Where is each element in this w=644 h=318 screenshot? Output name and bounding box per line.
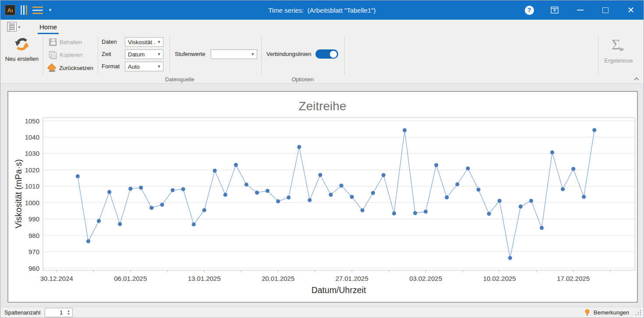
data-point[interactable] [128,187,132,191]
save-icon [49,38,57,46]
maximize-button[interactable] [593,0,618,20]
data-point[interactable] [76,174,80,178]
data-point[interactable] [297,145,301,149]
data-point[interactable] [361,208,364,212]
data-point[interactable] [561,187,565,191]
data-point[interactable] [550,150,554,154]
data-point[interactable] [371,191,375,195]
data-point[interactable] [540,226,544,230]
data-point[interactable] [508,256,512,260]
format-dropdown[interactable]: Auto ▼ [125,62,163,71]
data-point[interactable] [107,190,111,194]
format-label: Format [102,63,120,70]
data-point[interactable] [213,169,217,173]
x-tick-label: 10.02.2025 [483,275,516,282]
data-point[interactable] [434,163,438,167]
data-point[interactable] [582,195,586,199]
data-point[interactable] [265,189,269,193]
group-label-datenquelle: Datenquelle [98,77,261,83]
y-tick-label: 1000 [25,199,39,206]
data-point[interactable] [171,188,175,192]
pin-panel-button[interactable] [542,0,567,20]
chevron-down-icon: ▼ [249,52,257,56]
y-tick-label: 1020 [25,166,39,174]
chevron-down-icon: ▼ [155,52,163,56]
ergebnisse-button[interactable]: Σ Ergebnisse [598,36,639,64]
app-logo-icon[interactable]: Aı [5,5,15,15]
qat-dropdown-icon[interactable]: ▼ [48,8,52,12]
data-point[interactable] [244,182,248,186]
data-point[interactable] [487,212,491,216]
eraser-icon [48,64,56,72]
verbindungslinien-toggle[interactable] [315,49,338,59]
statusbar: Spaltenanzahl 1 ▲ ▼ Bemerkungen [1,307,644,318]
data-point[interactable] [392,211,396,215]
data-point[interactable] [202,208,206,212]
chart-panel[interactable]: Zeitreihe 960970980990100010101020103010… [7,91,638,303]
resize-grip[interactable] [635,310,641,316]
data-point[interactable] [466,166,470,170]
y-tick-label: 1030 [25,150,39,157]
data-point[interactable] [308,198,311,202]
data-point[interactable] [498,199,502,203]
data-point[interactable] [318,173,322,177]
data-point[interactable] [160,203,164,207]
daten-value: Viskosität ... [125,39,155,45]
data-point[interactable] [329,193,333,197]
help-button[interactable]: ? [517,0,542,20]
data-point[interactable] [519,205,523,209]
data-point[interactable] [350,195,354,199]
zeit-dropdown[interactable]: Datum ▼ [125,49,163,59]
data-point[interactable] [287,196,290,199]
spaltenanzahl-stepper[interactable]: 1 ▲ ▼ [45,308,73,317]
stepper-down-icon[interactable]: ▼ [67,313,70,315]
data-point[interactable] [571,167,575,171]
data-point[interactable] [97,219,101,223]
neu-erstellen-button[interactable]: Neu erstellen [2,36,42,62]
data-point[interactable] [255,191,259,195]
data-point[interactable] [86,239,90,243]
daten-dropdown[interactable]: Viskosität ... ▼ [125,37,163,47]
format-value: Auto [125,63,155,70]
x-tick-label: 30.12.2024 [40,275,73,282]
data-point[interactable] [149,206,153,210]
sigma-results-icon: Σ [610,36,627,54]
data-point[interactable] [234,163,238,167]
data-point[interactable] [477,188,481,192]
close-button[interactable]: ✕ [618,0,644,20]
file-menu-button[interactable]: ▼ [7,22,21,31]
data-point[interactable] [139,186,143,190]
svg-text:Σ: Σ [612,36,620,52]
stufenwerte-dropdown[interactable]: ▼ [211,49,257,59]
minimize-button[interactable] [567,0,593,20]
data-point[interactable] [529,199,533,203]
data-point[interactable] [424,210,428,213]
zuruecksetzen-button[interactable]: Zurücksetzen [48,63,93,73]
data-point[interactable] [382,173,386,177]
collapse-ribbon-button[interactable] [633,75,640,83]
tab-home[interactable]: Home [38,22,59,34]
help-icon: ? [525,6,534,15]
bemerkungen-button[interactable]: Bemerkungen [594,309,629,316]
menu-bars-icon[interactable] [32,7,43,14]
zeit-value: Datum [125,51,155,58]
data-point[interactable] [455,182,459,186]
data-point[interactable] [192,222,196,226]
data-point[interactable] [223,193,227,197]
chevron-down-icon: ▼ [155,40,163,44]
columns-icon[interactable] [21,5,27,15]
data-point[interactable] [276,199,280,203]
toggle-knob [330,51,337,58]
data-point[interactable] [340,184,343,188]
data-point[interactable] [445,196,449,199]
data-point[interactable] [181,187,185,191]
window-controls: ? ✕ [517,0,644,20]
data-point[interactable] [118,222,122,226]
data-point[interactable] [403,128,407,132]
x-axis-title: Datum/Uhrzeit [311,285,366,295]
data-point[interactable] [413,211,417,215]
kopieren-button[interactable]: Kopieren [49,50,82,59]
behalten-button[interactable]: Behalten [49,37,82,47]
data-point[interactable] [592,128,596,132]
x-tick-label: 13.01.2025 [188,275,221,282]
